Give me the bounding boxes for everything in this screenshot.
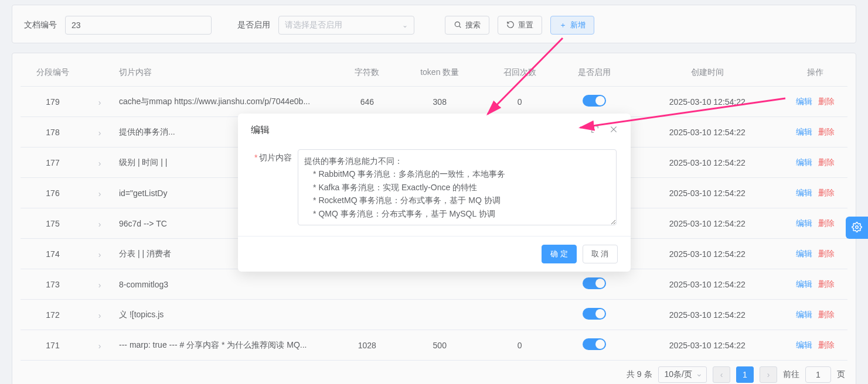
- gear-icon: [852, 222, 862, 234]
- close-icon[interactable]: [610, 125, 618, 135]
- modal-footer: 确 定 取 消: [238, 236, 631, 272]
- field-label-wrap: *切片内容: [252, 149, 298, 225]
- settings-fab[interactable]: [846, 217, 868, 239]
- fullscreen-icon[interactable]: [591, 125, 599, 135]
- modal-overlay: 编辑 *切片内容 确 定 取 消: [0, 0, 868, 384]
- modal-header: 编辑: [238, 114, 631, 147]
- modal-body: *切片内容: [238, 147, 631, 236]
- content-textarea[interactable]: [298, 149, 617, 225]
- cancel-button[interactable]: 取 消: [583, 245, 618, 263]
- cancel-button-label: 取 消: [591, 249, 609, 259]
- confirm-button[interactable]: 确 定: [542, 245, 577, 263]
- required-asterisk: *: [254, 153, 257, 162]
- svg-point-6: [856, 225, 859, 228]
- modal-title: 编辑: [251, 124, 270, 136]
- confirm-button-label: 确 定: [550, 249, 568, 259]
- field-label: 切片内容: [259, 153, 292, 162]
- edit-modal: 编辑 *切片内容 确 定 取 消: [238, 114, 631, 272]
